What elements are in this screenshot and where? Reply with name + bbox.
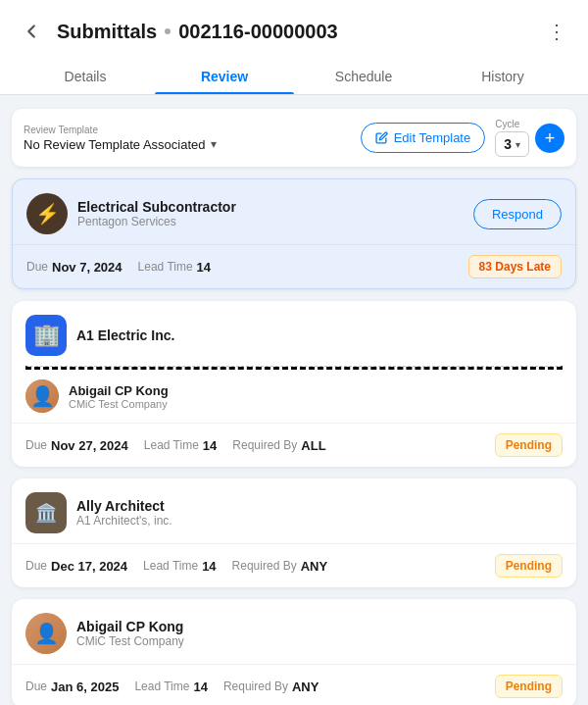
edit-template-button[interactable]: Edit Template: [361, 123, 486, 153]
cycle-label: Cycle: [495, 119, 529, 129]
review-card-electrical: Electrical Subcontractor Pentagon Servic…: [12, 178, 576, 289]
due-item-electrical: Due Nov 7, 2024: [26, 260, 122, 275]
person-icon-abigail: [25, 379, 59, 413]
card-header-left-ally: Ally Architect A1 Architect's, inc.: [25, 492, 172, 533]
leadtime-item-a1: Lead Time 14: [144, 438, 218, 453]
sub-person-company: CMiC Test Company: [69, 398, 169, 410]
tab-details[interactable]: Details: [16, 59, 155, 94]
cycle-dropdown-arrow: ▾: [515, 139, 520, 150]
required-by-value-a1: ALL: [301, 438, 325, 453]
sub-person-abigail: Abigail CP Kong CMiC Test Company: [12, 370, 576, 423]
card-info-a1: A1 Electric Inc.: [76, 327, 174, 343]
avatar-abigail: [25, 379, 59, 413]
card-header-ally: Ally Architect A1 Architect's, inc.: [12, 478, 576, 543]
due-label-electrical: Due: [26, 260, 48, 274]
leadtime-label-a1: Lead Time: [144, 438, 199, 452]
leadtime-value-a1: 14: [203, 438, 217, 453]
due-label-abigail2: Due: [25, 680, 47, 693]
leadtime-item-abigail2: Lead Time 14: [134, 680, 208, 694]
person-icon-abigail2: [25, 613, 67, 654]
tab-review[interactable]: Review: [155, 59, 294, 94]
company-name-a1: A1 Electric Inc.: [76, 327, 174, 343]
more-button[interactable]: ⋮: [541, 16, 572, 47]
tab-schedule[interactable]: Schedule: [294, 59, 433, 94]
title-text: Submittals: [57, 21, 157, 43]
leadtime-value-electrical: 14: [197, 260, 211, 275]
leadtime-label-abigail2: Lead Time: [134, 680, 189, 693]
badge-ally: Pending: [495, 554, 563, 578]
badge-abigail2: Pending: [495, 675, 563, 698]
back-button[interactable]: [16, 16, 47, 47]
company-sub-electrical: Pentagon Services: [77, 215, 236, 228]
review-card-abigail2: Abigail CP Kong CMiC Test Company Due Ja…: [12, 599, 576, 705]
card-footer-ally: Due Dec 17, 2024 Lead Time 14 Required B…: [12, 543, 576, 587]
respond-button[interactable]: Respond: [473, 199, 562, 229]
required-by-item-a1: Required By ALL: [232, 438, 325, 453]
company-name-ally: Ally Architect: [76, 498, 172, 514]
card-footer-a1: Due Nov 27, 2024 Lead Time 14 Required B…: [12, 423, 576, 467]
template-dropdown[interactable]: No Review Template Associated ▾: [24, 137, 351, 152]
person-company-abigail2: CMiC Test Company: [76, 634, 184, 648]
card-header-electrical: Electrical Subcontractor Pentagon Servic…: [13, 179, 575, 244]
company-name-electrical: Electrical Subcontractor: [77, 199, 236, 215]
template-value: No Review Template Associated: [24, 137, 205, 152]
add-cycle-button[interactable]: +: [535, 124, 564, 153]
leadtime-label-ally: Lead Time: [143, 559, 198, 573]
badge-a1: Pending: [495, 433, 563, 457]
company-sub-ally: A1 Architect's, inc.: [76, 514, 172, 528]
leadtime-value-ally: 14: [202, 559, 216, 574]
required-by-value-ally: ANY: [301, 559, 327, 574]
card-footer-electrical: Due Nov 7, 2024 Lead Time 14 83 Days Lat…: [13, 244, 575, 288]
template-select-wrap: Review Template No Review Template Assoc…: [24, 125, 351, 152]
due-item-a1: Due Nov 27, 2024: [25, 438, 128, 453]
card-info-abigail2: Abigail CP Kong CMiC Test Company: [76, 619, 184, 648]
leadtime-item-ally: Lead Time 14: [143, 559, 217, 574]
card-header-abigail2: Abigail CP Kong CMiC Test Company: [12, 599, 576, 664]
due-label-ally: Due: [25, 559, 47, 573]
due-item-ally: Due Dec 17, 2024: [25, 559, 127, 574]
card-header-left-a1: A1 Electric Inc.: [25, 315, 174, 356]
sub-person-name: Abigail CP Kong: [69, 383, 169, 398]
review-card-ally: Ally Architect A1 Architect's, inc. Due …: [12, 478, 576, 587]
edit-template-label: Edit Template: [394, 130, 471, 145]
card-header-left-electrical: Electrical Subcontractor Pentagon Servic…: [26, 193, 236, 234]
title-dot: [165, 28, 171, 34]
edit-icon: [375, 131, 388, 144]
due-value-ally: Dec 17, 2024: [51, 559, 127, 574]
electrical-icon: [26, 193, 68, 234]
avatar-abigail2: [25, 613, 67, 654]
content-area: Review Template No Review Template Assoc…: [0, 95, 588, 705]
review-template-bar: Review Template No Review Template Assoc…: [12, 109, 576, 167]
leadtime-label-electrical: Lead Time: [138, 260, 193, 274]
due-item-abigail2: Due Jan 6, 2025: [25, 680, 119, 694]
review-card-a1electric: A1 Electric Inc. Abigail CP Kong CMiC Te…: [12, 301, 576, 467]
required-by-item-abigail2: Required By ANY: [223, 680, 319, 694]
required-by-item-ally: Required By ANY: [232, 559, 328, 574]
required-by-label-abigail2: Required By: [223, 680, 288, 693]
header: Submittals 002116-00000003 ⋮ Details Rev…: [0, 0, 588, 95]
cycle-wrap: Cycle 3 ▾ +: [495, 119, 564, 157]
template-dropdown-arrow: ▾: [211, 137, 217, 151]
card-info-ally: Ally Architect A1 Architect's, inc.: [76, 498, 172, 528]
card-info-electrical: Electrical Subcontractor Pentagon Servic…: [77, 199, 236, 228]
due-label-a1: Due: [25, 438, 47, 452]
due-value-electrical: Nov 7, 2024: [52, 260, 122, 275]
avatar-ally: [25, 492, 67, 533]
avatar-a1electric: [25, 315, 67, 356]
required-by-label-ally: Required By: [232, 559, 297, 573]
required-by-label-a1: Required By: [232, 438, 297, 452]
building-icon: [25, 315, 67, 356]
header-left: Submittals 002116-00000003: [16, 16, 338, 47]
template-field-label: Review Template: [24, 125, 351, 135]
leadtime-item-electrical: Lead Time 14: [138, 260, 212, 275]
badge-electrical: 83 Days Late: [468, 255, 562, 278]
tab-bar: Details Review Schedule History: [16, 59, 572, 94]
subtitle-text: 002116-00000003: [178, 21, 337, 43]
required-by-value-abigail2: ANY: [292, 680, 318, 694]
cycle-dropdown[interactable]: 3 ▾: [495, 131, 529, 157]
card-footer-abigail2: Due Jan 6, 2025 Lead Time 14 Required By…: [12, 664, 576, 705]
leadtime-value-abigail2: 14: [193, 680, 207, 694]
tab-history[interactable]: History: [433, 59, 572, 94]
due-value-a1: Nov 27, 2024: [51, 438, 128, 453]
cycle-value: 3: [504, 136, 512, 152]
